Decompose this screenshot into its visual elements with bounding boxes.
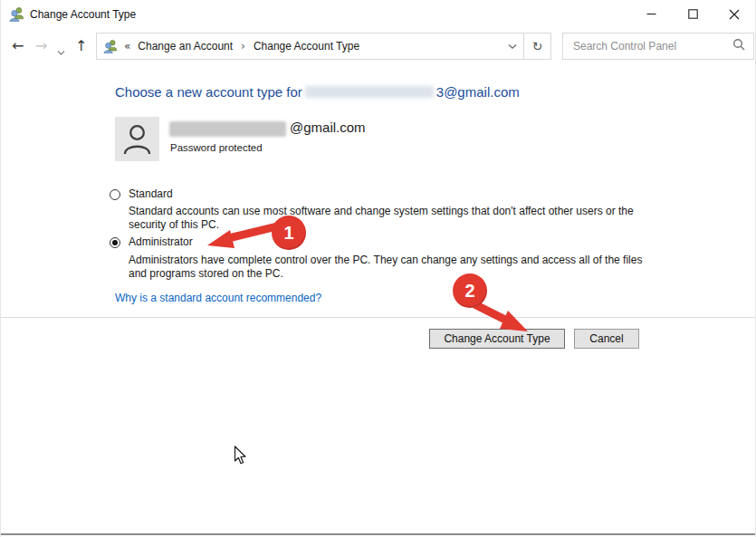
account-email-suffix: @gmail.com (290, 120, 366, 135)
maximize-button[interactable] (672, 0, 713, 28)
breadcrumb-item-change-account-type[interactable]: Change Account Type (254, 40, 359, 53)
cancel-button[interactable]: Cancel (574, 329, 639, 349)
search-box (562, 33, 754, 60)
mouse-cursor (234, 446, 247, 469)
administrator-radio[interactable] (110, 237, 120, 248)
content-divider (1, 317, 756, 318)
close-button[interactable] (713, 0, 755, 28)
breadcrumb-overflow[interactable]: « (124, 40, 130, 53)
change-account-type-button[interactable]: Change Account Type (429, 329, 565, 349)
control-panel-window: Change Account Type ← → ↑ (0, 0, 756, 537)
standard-option-description: Standard accounts can use most software … (129, 205, 634, 217)
window-title: Change Account Type (30, 8, 136, 21)
step-2-badge: 2 (453, 273, 487, 308)
user-accounts-icon (9, 6, 24, 22)
recent-locations-chevron-icon[interactable] (57, 43, 65, 60)
back-button[interactable]: ← (12, 30, 24, 62)
standard-option-description: security of this PC. (129, 218, 219, 231)
redacted-email-blur (305, 86, 434, 98)
breadcrumb-separator-icon: › (241, 40, 245, 53)
minimize-button[interactable] (630, 0, 672, 28)
standard-account-recommended-link[interactable]: Why is a standard account recommended? (115, 292, 321, 304)
breadcrumb-item-change-an-account[interactable]: Change an Account (138, 40, 233, 53)
titlebar: Change Account Type (1, 0, 755, 28)
administrator-option-description: Administrators have complete control ove… (129, 254, 642, 266)
window-bottom-border (1, 533, 756, 535)
administrator-option-description: and programs stored on the PC. (129, 267, 283, 280)
breadcrumb[interactable]: « Change an Account › Change Account Typ… (96, 33, 524, 60)
close-icon (729, 9, 740, 20)
step-1-badge: 1 (272, 216, 306, 250)
person-icon (115, 117, 159, 161)
page-title: Choose a new account type for 3@gmail.co… (115, 84, 520, 100)
page-title-prefix: Choose a new account type for (115, 84, 302, 100)
page-title-email-suffix: 3@gmail.com (436, 84, 520, 100)
administrator-option-label[interactable]: Administrator (129, 235, 193, 248)
window-controls (630, 0, 755, 28)
forward-button[interactable]: → (35, 30, 47, 62)
search-icon[interactable] (732, 38, 745, 54)
redacted-account-name-blur (169, 121, 286, 137)
standard-option-label[interactable]: Standard (129, 187, 173, 200)
annotation-arrows (1, 0, 756, 537)
standard-radio[interactable] (110, 189, 120, 200)
user-accounts-icon (103, 39, 118, 53)
avatar (115, 117, 159, 161)
minimize-icon (646, 9, 656, 19)
navigation-toolbar: ← → ↑ « Change an Account › Change Accou… (1, 30, 755, 62)
address-dropdown-chevron-icon[interactable] (508, 43, 517, 50)
password-protected-label: Password protected (170, 142, 263, 153)
search-input[interactable] (571, 39, 732, 53)
up-button[interactable]: ↑ (75, 30, 87, 62)
maximize-icon (688, 9, 698, 19)
refresh-button[interactable]: ↻ (523, 33, 551, 60)
